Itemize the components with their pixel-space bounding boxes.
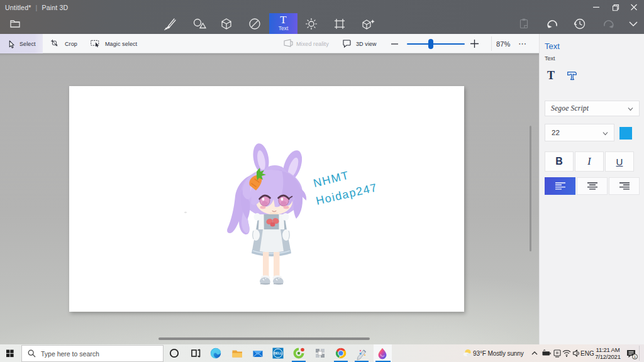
svg-text:DELL: DELL (274, 351, 282, 355)
svg-text:NHMT: NHMT (312, 168, 350, 189)
